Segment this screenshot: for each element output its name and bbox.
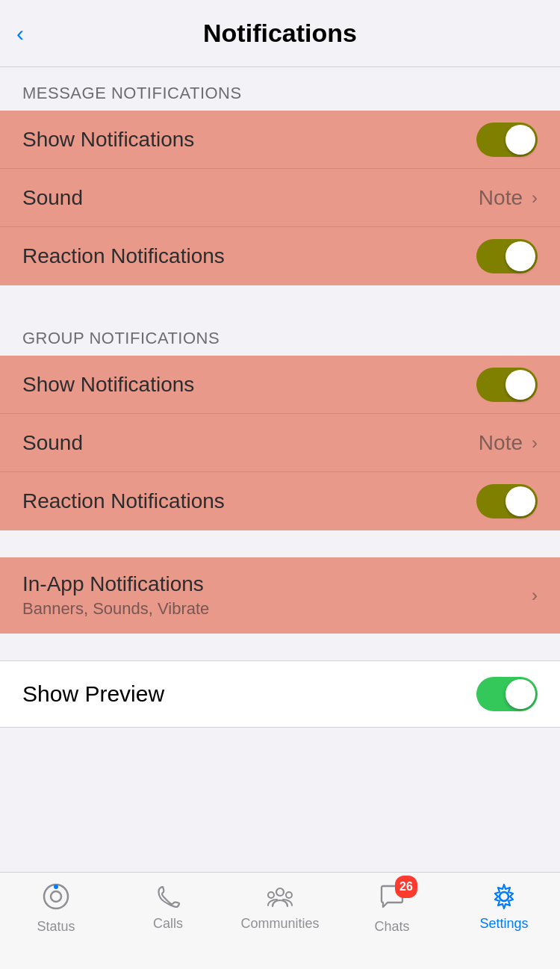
msg-sound-row[interactable]: Sound Note › (0, 169, 560, 227)
tab-bar: Status Calls Communities 26 Chats (0, 872, 560, 969)
grp-reaction-toggle[interactable] (476, 484, 538, 518)
group-notifications-label: GROUP NOTIFICATIONS (0, 312, 560, 356)
message-notifications-label: MESSAGE NOTIFICATIONS (0, 67, 560, 111)
msg-show-notifications-row[interactable]: Show Notifications (0, 111, 560, 169)
message-notifications-section: MESSAGE NOTIFICATIONS Show Notifications… (0, 67, 560, 285)
msg-sound-label: Sound (22, 186, 83, 210)
grp-sound-row[interactable]: Sound Note › (0, 414, 560, 472)
grp-show-notifications-row[interactable]: Show Notifications (0, 356, 560, 414)
group-notifications-section: GROUP NOTIFICATIONS Show Notifications S… (0, 312, 560, 530)
grp-sound-label: Sound (22, 431, 83, 455)
tab-settings[interactable]: Settings (448, 882, 560, 932)
svg-point-4 (268, 892, 274, 898)
tab-status[interactable]: Status (0, 882, 112, 935)
toggle-knob (505, 241, 535, 271)
msg-reaction-toggle[interactable] (476, 239, 538, 273)
inapp-title: In-App Notifications (22, 572, 209, 596)
status-icon-wrap (41, 882, 71, 914)
header: ‹ Notifications (0, 0, 560, 67)
tab-communities[interactable]: Communities (224, 882, 336, 932)
tab-calls[interactable]: Calls (112, 882, 224, 932)
back-button[interactable]: ‹ (16, 21, 24, 46)
inapp-subtitle: Banners, Sounds, Vibrate (22, 599, 209, 619)
tab-chats[interactable]: 26 Chats (336, 882, 448, 935)
svg-point-1 (51, 891, 61, 902)
msg-reaction-row[interactable]: Reaction Notifications (0, 227, 560, 285)
msg-reaction-label: Reaction Notifications (22, 244, 225, 268)
tab-calls-label: Calls (153, 916, 183, 932)
msg-show-notifications-label: Show Notifications (22, 128, 194, 152)
svg-point-2 (54, 885, 58, 889)
show-preview-row[interactable]: Show Preview (0, 661, 560, 727)
svg-point-6 (500, 892, 508, 901)
toggle-knob (505, 370, 535, 400)
grp-sound-value: Note (479, 431, 523, 455)
content-area: ‹ Notifications MESSAGE NOTIFICATIONS Sh… (0, 0, 560, 872)
inapp-chevron-icon: › (532, 585, 538, 606)
inapp-notifications-row[interactable]: In-App Notifications Banners, Sounds, Vi… (0, 557, 560, 634)
communities-icon (265, 882, 295, 911)
spacer-1 (0, 285, 560, 312)
msg-sound-chevron-icon: › (532, 188, 538, 208)
grp-reaction-label: Reaction Notifications (22, 489, 225, 513)
inapp-text-block: In-App Notifications Banners, Sounds, Vi… (22, 572, 209, 619)
show-preview-label: Show Preview (22, 681, 164, 707)
grp-show-notifications-label: Show Notifications (22, 373, 194, 397)
show-preview-toggle[interactable] (476, 677, 538, 711)
toggle-knob (505, 679, 535, 709)
chats-badge: 26 (395, 876, 417, 898)
grp-sound-chevron-icon: › (532, 433, 538, 453)
group-notifications-card: Show Notifications Sound Note › Reaction… (0, 356, 560, 530)
tab-status-label: Status (37, 919, 75, 935)
status-icon (41, 882, 71, 911)
show-preview-section: Show Preview (0, 660, 560, 728)
settings-icon (489, 882, 519, 911)
msg-sound-value: Note (479, 186, 523, 210)
toggle-knob (505, 486, 535, 516)
page-title: Notifications (203, 19, 357, 48)
msg-sound-right: Note › (479, 186, 538, 210)
grp-reaction-row[interactable]: Reaction Notifications (0, 472, 560, 530)
grp-show-notifications-toggle[interactable] (476, 368, 538, 402)
tab-settings-label: Settings (479, 916, 528, 932)
toggle-knob (505, 125, 535, 155)
spacer-2 (0, 530, 560, 557)
inapp-notifications-card: In-App Notifications Banners, Sounds, Vi… (0, 557, 560, 634)
svg-point-3 (276, 888, 284, 896)
msg-show-notifications-toggle[interactable] (476, 123, 538, 157)
calls-icon (153, 882, 183, 911)
tab-chats-label: Chats (374, 919, 409, 935)
chats-icon-wrapper: 26 (377, 882, 407, 914)
grp-sound-right: Note › (479, 431, 538, 455)
tab-communities-label: Communities (240, 916, 319, 932)
message-notifications-card: Show Notifications Sound Note › Reaction… (0, 111, 560, 285)
svg-point-5 (286, 892, 292, 898)
